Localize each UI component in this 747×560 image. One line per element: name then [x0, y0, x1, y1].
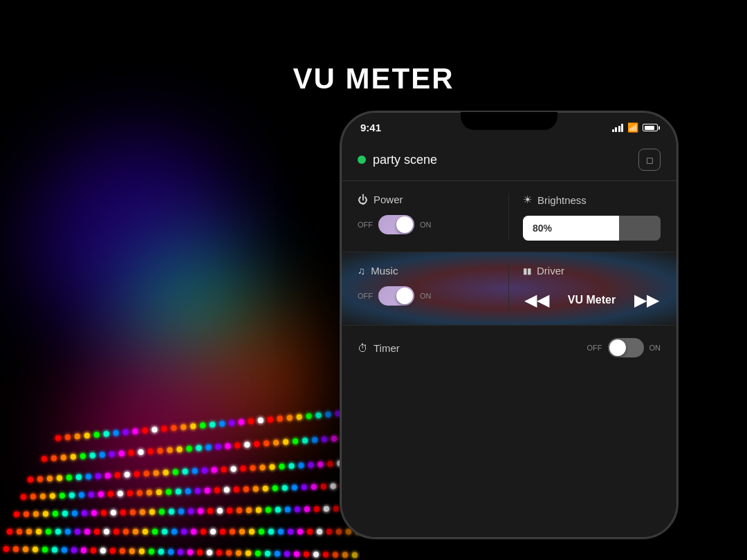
led-dot	[333, 506, 339, 512]
led-dot	[250, 465, 255, 471]
music-on-label: ON	[420, 292, 432, 300]
led-dot	[181, 529, 187, 534]
power-toggle[interactable]	[378, 215, 414, 234]
led-dot	[159, 509, 165, 514]
led-dot	[72, 510, 77, 516]
driver-prev-button[interactable]: ◀◀	[523, 286, 551, 314]
timer-on-label: ON	[649, 344, 661, 352]
status-icons: 📶	[612, 122, 658, 133]
led-dot	[36, 529, 42, 534]
led-strip-5	[7, 529, 360, 534]
power-toggle-row[interactable]: OFF ON	[358, 215, 497, 234]
led-dot	[134, 472, 140, 477]
music-label-row: ♫ Music	[358, 265, 497, 277]
led-dot	[156, 489, 162, 495]
led-dot	[142, 427, 148, 433]
music-toggle-row[interactable]: OFF ON	[358, 286, 497, 306]
led-dot	[75, 529, 80, 534]
led-dot	[42, 547, 48, 552]
scene-stop-button[interactable]: ◻	[638, 149, 661, 171]
led-dot	[181, 424, 187, 430]
led-dot	[294, 551, 299, 557]
led-dot	[178, 509, 184, 514]
led-dot	[55, 435, 62, 441]
led-dot	[76, 474, 82, 480]
led-dot	[293, 438, 299, 445]
led-dot	[65, 529, 71, 534]
music-toggle-thumb	[396, 288, 413, 304]
led-dot	[86, 474, 91, 479]
led-dot	[21, 494, 26, 500]
led-dot	[263, 486, 268, 492]
led-dot	[249, 529, 255, 534]
driver-next-button[interactable]: ▶▶	[633, 286, 661, 314]
led-dot	[69, 492, 75, 498]
music-toggle[interactable]	[378, 286, 414, 306]
led-dot	[321, 484, 326, 489]
led-dot	[239, 529, 245, 534]
led-dot	[308, 462, 313, 467]
led-dot	[182, 469, 187, 474]
led-dot	[352, 552, 358, 558]
led-dot	[230, 529, 235, 534]
led-dot	[307, 529, 313, 534]
led-dot	[187, 550, 193, 555]
led-dot	[168, 549, 174, 554]
timer-toggle-group[interactable]: OFF ON	[587, 338, 661, 357]
led-dot	[255, 550, 261, 556]
led-dot	[201, 467, 207, 473]
page-title: VU METER	[0, 62, 747, 95]
led-dot	[61, 454, 67, 460]
led-dot	[186, 446, 192, 452]
led-dot	[98, 492, 104, 497]
led-dot	[285, 507, 290, 512]
led-dot	[302, 485, 307, 490]
led-dot	[227, 507, 232, 513]
power-on-label: ON	[420, 221, 432, 229]
led-dot	[169, 509, 174, 514]
led-dot	[298, 463, 304, 468]
brightness-value: 80%	[523, 216, 619, 241]
led-dot	[147, 449, 154, 455]
led-dot	[84, 529, 90, 534]
led-dot	[172, 529, 177, 534]
led-dot	[28, 477, 33, 483]
led-dot	[265, 551, 270, 557]
led-dot	[109, 451, 115, 458]
led-dot	[122, 429, 129, 436]
led-dot	[52, 547, 57, 552]
led-dot	[71, 454, 77, 460]
led-dot	[221, 467, 226, 472]
led-dot	[286, 415, 293, 421]
led-dot	[296, 414, 302, 420]
led-dot	[167, 447, 173, 454]
music-driver-grid: ♫ Music OFF ON ▮▮	[358, 265, 661, 314]
led-dot	[113, 430, 119, 436]
led-dot	[46, 529, 51, 534]
led-dot	[53, 511, 58, 516]
phone-body: 9:41 📶 party scene	[340, 111, 679, 539]
led-dot	[201, 529, 206, 534]
next-icon: ▶▶	[634, 290, 659, 310]
timer-label-row: ⏱ Timer	[358, 342, 400, 354]
led-dot	[200, 422, 206, 429]
led-dot	[284, 551, 290, 557]
led-dot	[275, 507, 281, 512]
brightness-slider[interactable]: 80%	[523, 216, 661, 241]
led-dot	[243, 486, 249, 492]
led-dot	[205, 445, 212, 451]
led-dot	[65, 434, 71, 440]
led-dot	[128, 450, 134, 456]
led-dot	[317, 462, 323, 467]
power-brightness-row: ⏻ Power OFF ON ☀ Brightness	[341, 181, 677, 252]
led-dot	[161, 426, 167, 432]
led-dot	[311, 484, 317, 489]
led-dot	[23, 546, 28, 552]
led-dot	[324, 506, 329, 512]
led-dot	[215, 444, 221, 450]
led-dot	[333, 552, 338, 557]
led-dot	[57, 475, 62, 480]
led-dot	[157, 448, 163, 454]
timer-off-label: OFF	[587, 344, 602, 352]
timer-toggle[interactable]	[608, 338, 644, 357]
